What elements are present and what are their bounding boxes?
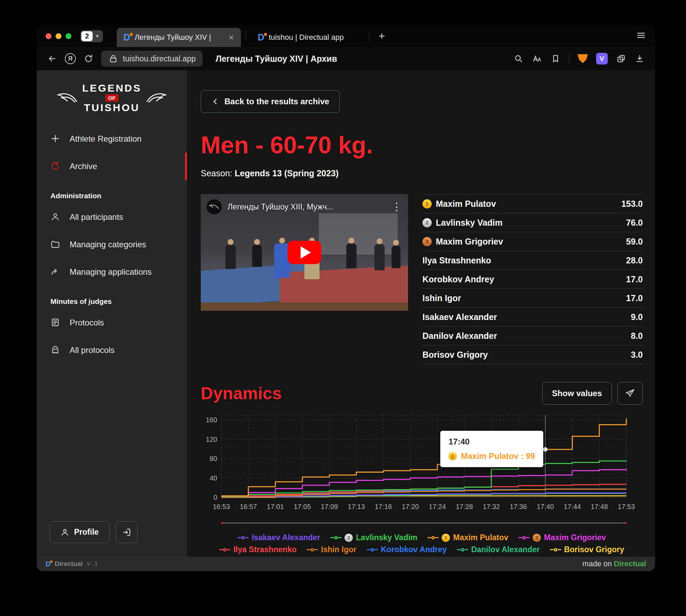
chevron-left-icon bbox=[211, 97, 220, 106]
result-row: 1Maxim Pulatov153.0 bbox=[422, 194, 643, 213]
extensions-icon[interactable] bbox=[616, 54, 626, 64]
legend-item-ishin-igor[interactable]: Ishin Igor bbox=[307, 545, 357, 554]
sidebar-item-label: Athlete Registration bbox=[70, 134, 141, 144]
chevron-down-icon: ▾ bbox=[93, 33, 102, 40]
svg-text:0: 0 bbox=[213, 494, 217, 501]
sidebar-nav: Athlete RegistrationArchiveAdministratio… bbox=[37, 125, 187, 364]
bookmark-icon[interactable] bbox=[550, 54, 561, 64]
legend-item-borisov-grigory[interactable]: Borisov Grigory bbox=[550, 545, 624, 554]
video-thumbnail: Легенды Туйшоу XIII, Мужч... ⋮ bbox=[201, 194, 408, 311]
svg-text:17:01: 17:01 bbox=[267, 503, 284, 510]
sidebar-item-label: All protocols bbox=[70, 345, 115, 355]
range-handle-left[interactable] bbox=[221, 522, 223, 524]
legend-name: Ilya Strashnenko bbox=[233, 545, 297, 554]
yandex-icon[interactable]: Я bbox=[65, 53, 76, 64]
reload-icon[interactable] bbox=[83, 54, 94, 64]
svg-text:16:53: 16:53 bbox=[213, 503, 230, 510]
minimize-window-button[interactable] bbox=[56, 33, 61, 39]
sidebar-item-all-protocols[interactable]: All protocols bbox=[37, 336, 187, 364]
legend-item-korobkov-andrey[interactable]: Korobkov Andrey bbox=[367, 545, 447, 554]
traffic-lights bbox=[46, 33, 71, 39]
profile-button[interactable]: Profile bbox=[50, 521, 109, 543]
sidebar-item-managing-applications[interactable]: Managing applications bbox=[37, 258, 187, 286]
result-score: 28.0 bbox=[626, 256, 643, 265]
chart-range-selector[interactable] bbox=[221, 523, 626, 523]
dynamics-title: Dynamics bbox=[201, 383, 282, 403]
browser-menu-icon[interactable] bbox=[636, 30, 646, 42]
gold-medal-icon: 1 bbox=[422, 199, 432, 209]
search-icon[interactable] bbox=[513, 54, 524, 64]
video-title[interactable]: Легенды Туйшоу XIII, Мужч... bbox=[228, 202, 385, 212]
url-text: tuishou.directual.app bbox=[123, 54, 196, 63]
silver-medal-icon: 2 bbox=[345, 534, 353, 542]
dragon-wing-right-icon bbox=[145, 90, 167, 105]
toolbar-divider bbox=[569, 54, 569, 64]
tab-active[interactable]: D Легенды Туйшоу XIV | × bbox=[117, 28, 241, 47]
sidebar-item-all-participants[interactable]: All participants bbox=[37, 203, 187, 231]
season-value: Legends 13 (Spring 2023) bbox=[235, 168, 339, 178]
address-bar[interactable]: tuishou.directual.app bbox=[101, 51, 202, 67]
kebab-menu-icon[interactable]: ⋮ bbox=[390, 202, 403, 212]
legend-name: Maxim Grigoriev bbox=[544, 533, 606, 542]
tab-bar: 2 ▾ D Легенды Туйшоу XIV | × D tuishou |… bbox=[37, 25, 655, 47]
page-title: Легенды Туйшоу XIV | Архив bbox=[216, 54, 337, 64]
tab-inactive[interactable]: D tuishou | Directual app bbox=[251, 28, 364, 47]
new-tab-button[interactable]: + bbox=[374, 28, 390, 44]
range-handle-right[interactable] bbox=[624, 522, 627, 524]
season-label: Season: bbox=[201, 168, 232, 178]
sidebar-item-label: Archive bbox=[70, 162, 97, 171]
show-values-button[interactable]: Show values bbox=[542, 382, 612, 405]
downloads-icon[interactable] bbox=[635, 54, 645, 64]
dynamics-header: Dynamics Show values bbox=[201, 382, 643, 405]
results-table: 1Maxim Pulatov153.02Lavlinsky Vadim76.03… bbox=[422, 194, 643, 364]
sidebar-item-label: Protocols bbox=[70, 318, 104, 328]
app-footer: D Directual v.1 made on Directual bbox=[37, 557, 655, 571]
logout-icon bbox=[122, 528, 131, 537]
channel-avatar[interactable] bbox=[206, 199, 222, 215]
result-row: Isakaev Alexander9.0 bbox=[422, 308, 643, 327]
footer-brand: Directual bbox=[55, 560, 82, 568]
silver-medal-icon: 2 bbox=[422, 218, 432, 227]
tab-title: Легенды Туйшоу XIV | bbox=[135, 33, 224, 42]
svg-text:17:44: 17:44 bbox=[564, 503, 581, 510]
legend-item-lavlinsky-vadim[interactable]: 2Lavlinsky Vadim bbox=[330, 533, 417, 542]
close-tab-icon[interactable]: × bbox=[229, 33, 234, 42]
metamask-fox-icon[interactable] bbox=[578, 54, 588, 63]
category-title: Men - 60-70 kg. bbox=[201, 131, 643, 159]
legend-name: Ishin Igor bbox=[321, 545, 357, 554]
sidebar-item-managing-categories[interactable]: Managing categories bbox=[37, 231, 187, 258]
folder-icon bbox=[50, 239, 61, 250]
legend-item-maxim-pulatov[interactable]: 1Maxim Pulatov bbox=[428, 533, 508, 542]
paper-plane-icon bbox=[625, 388, 635, 399]
close-window-button[interactable] bbox=[46, 33, 51, 39]
back-to-archive-button[interactable]: Back to the results archive bbox=[201, 90, 340, 113]
legend-name: Lavlinsky Vadim bbox=[356, 533, 417, 542]
legend-item-isakaev-alexander[interactable]: Isakaev Alexander bbox=[237, 533, 320, 542]
zoom-window-button[interactable] bbox=[66, 33, 71, 39]
legend-name: Isakaev Alexander bbox=[252, 533, 320, 542]
sidebar-item-protocols[interactable]: Protocols bbox=[37, 309, 187, 336]
tab-counter[interactable]: 2 ▾ bbox=[80, 30, 103, 42]
legend-item-maxim-grigoriev[interactable]: 3Maxim Grigoriev bbox=[519, 533, 606, 542]
svg-text:17:32: 17:32 bbox=[483, 503, 500, 510]
directual-favicon-icon: D bbox=[258, 33, 265, 42]
youtube-play-button[interactable] bbox=[288, 241, 321, 264]
legend-item-ilya-strashnenko[interactable]: Ilya Strashnenko bbox=[219, 545, 297, 554]
dynamics-actions: Show values bbox=[542, 382, 643, 405]
lock-icon bbox=[108, 54, 118, 64]
logout-button[interactable] bbox=[116, 521, 138, 543]
reader-mode-icon[interactable] bbox=[532, 54, 542, 64]
made-on-brand-link[interactable]: Directual bbox=[614, 559, 646, 568]
sidebar-item-athlete-registration[interactable]: Athlete Registration bbox=[37, 125, 187, 153]
ghost-icon bbox=[50, 345, 61, 355]
extension-v-icon[interactable]: V bbox=[596, 53, 608, 64]
result-score: 17.0 bbox=[626, 293, 643, 303]
back-icon[interactable] bbox=[47, 54, 57, 64]
export-button[interactable] bbox=[617, 382, 643, 405]
legend-item-danilov-alexander[interactable]: Danilov Alexander bbox=[457, 545, 540, 554]
tab-separator bbox=[369, 31, 369, 41]
sidebar-item-archive[interactable]: Archive bbox=[37, 153, 187, 180]
svg-text:17:24: 17:24 bbox=[429, 503, 446, 510]
result-row: 3Maxim Grigoriev59.0 bbox=[422, 232, 643, 251]
result-row: Danilov Alexander8.0 bbox=[422, 327, 643, 345]
